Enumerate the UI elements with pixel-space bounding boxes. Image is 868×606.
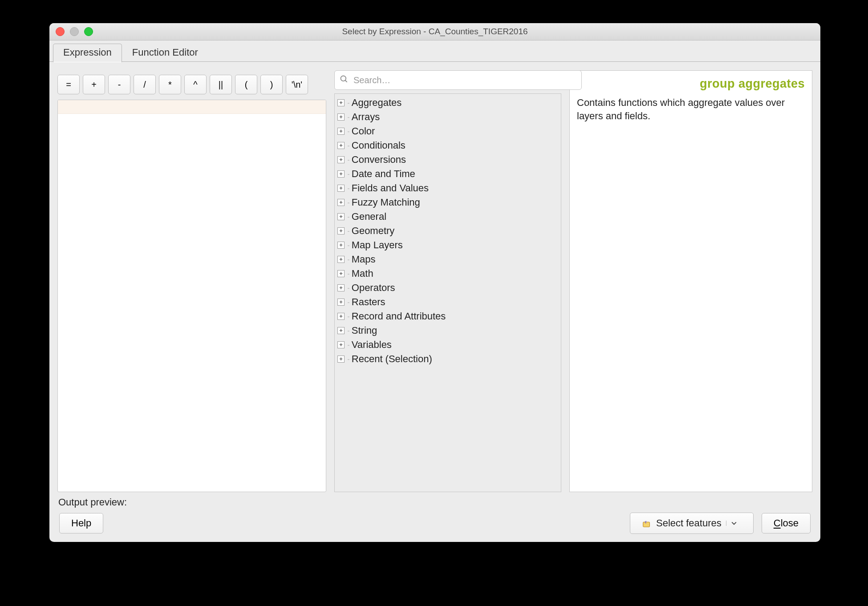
select-features-label: Select features [656, 517, 722, 529]
expand-icon[interactable]: + [337, 170, 345, 178]
window-title: Select by Expression - CA_Counties_TIGER… [49, 27, 820, 36]
tree-item-label: Conditionals [352, 140, 406, 151]
expand-icon[interactable]: + [337, 185, 345, 192]
tree-item[interactable]: +··Rasters [337, 295, 559, 309]
op-concat[interactable]: || [210, 75, 232, 94]
tree-connector: ·· [347, 270, 349, 277]
svg-text:ε: ε [645, 519, 647, 524]
expand-icon[interactable]: + [337, 299, 345, 306]
expand-icon[interactable]: + [337, 356, 345, 363]
tree-item-label: Arrays [352, 111, 380, 123]
tree-item[interactable]: +··Record and Attributes [337, 309, 559, 323]
tree-item[interactable]: +··Geometry [337, 224, 559, 238]
minimize-window-button[interactable] [70, 27, 79, 36]
tree-connector: ·· [347, 256, 349, 263]
op-multiply[interactable]: * [159, 75, 181, 94]
tree-item-label: Fuzzy Matching [352, 197, 420, 208]
expand-icon[interactable]: + [337, 242, 345, 249]
tree-item[interactable]: +··Operators [337, 281, 559, 295]
output-preview-label: Output preview: [49, 492, 820, 508]
op-lparen[interactable]: ( [235, 75, 257, 94]
op-rparen[interactable]: ) [260, 75, 283, 94]
select-features-icon: ε [642, 518, 652, 528]
tree-item[interactable]: +··Math [337, 267, 559, 281]
tree-item[interactable]: +··Conversions [337, 153, 559, 167]
op-plus[interactable]: + [83, 75, 105, 94]
bottom-bar: Help ε Select features Close [49, 513, 820, 534]
svg-line-1 [345, 81, 347, 82]
tree-item-label: Fields and Values [352, 182, 429, 194]
close-button-rest: lose [781, 517, 799, 529]
expand-icon[interactable]: + [337, 227, 345, 234]
tab-underline [49, 61, 820, 62]
tree-item-label: Maps [352, 254, 376, 265]
help-button[interactable]: Help [59, 513, 103, 533]
tree-item-label: Variables [352, 339, 392, 351]
tree-item[interactable]: +··Variables [337, 338, 559, 352]
search-input[interactable] [334, 70, 582, 90]
op-minus[interactable]: - [108, 75, 130, 94]
expand-icon[interactable]: + [337, 284, 345, 291]
tree-connector: ·· [347, 227, 349, 234]
zoom-window-button[interactable] [84, 27, 93, 36]
expand-icon[interactable]: + [337, 341, 345, 348]
tree-item[interactable]: +··Conditionals [337, 138, 559, 153]
tab-expression[interactable]: Expression [53, 44, 122, 62]
expand-icon[interactable]: + [337, 199, 345, 206]
tree-connector: ·· [347, 313, 349, 320]
tree-connector: ·· [347, 99, 349, 106]
expand-icon[interactable]: + [337, 313, 345, 320]
titlebar: Select by Expression - CA_Counties_TIGER… [49, 23, 820, 40]
tree-item[interactable]: +··Maps [337, 252, 559, 267]
tree-connector: ·· [347, 341, 349, 348]
tab-function-editor[interactable]: Function Editor [122, 44, 208, 62]
tree-item[interactable]: +··Arrays [337, 110, 559, 124]
tree-item-label: Map Layers [352, 239, 403, 251]
op-power[interactable]: ^ [184, 75, 207, 94]
tree-item[interactable]: +··Color [337, 124, 559, 138]
op-equals[interactable]: = [57, 75, 80, 94]
help-description: Contains functions which aggregate value… [570, 93, 812, 125]
chevron-down-icon [731, 521, 737, 526]
function-tree[interactable]: +··Aggregates+··Arrays+··Color+··Conditi… [334, 93, 561, 492]
tree-item[interactable]: +··Fuzzy Matching [337, 195, 559, 210]
tree-item-label: Math [352, 268, 373, 279]
expression-pane: = + - / * ^ || ( ) '\n' [57, 70, 326, 492]
op-divide[interactable]: / [134, 75, 156, 94]
expand-icon[interactable]: + [337, 270, 345, 277]
tree-item-label: String [352, 325, 377, 336]
tree-item[interactable]: +··Map Layers [337, 238, 559, 252]
tree-item-label: Color [352, 125, 375, 137]
tree-item[interactable]: +··Date and Time [337, 167, 559, 181]
select-features-dropdown[interactable] [726, 521, 742, 526]
help-title: group aggregates [570, 71, 812, 93]
dialog-window: Select by Expression - CA_Counties_TIGER… [49, 23, 820, 542]
tree-item-label: Aggregates [352, 97, 402, 109]
tree-connector: ·· [347, 142, 349, 149]
expand-icon[interactable]: + [337, 213, 345, 220]
tree-item[interactable]: +··Fields and Values [337, 181, 559, 195]
expand-icon[interactable]: + [337, 128, 345, 135]
expand-icon[interactable]: + [337, 99, 345, 106]
select-features-button[interactable]: ε Select features [630, 513, 754, 534]
tree-item[interactable]: +··String [337, 323, 559, 338]
help-box: group aggregates Contains functions whic… [569, 70, 812, 492]
expand-icon[interactable]: + [337, 156, 345, 163]
tree-connector: ·· [347, 185, 349, 192]
close-button[interactable]: Close [762, 513, 811, 533]
operator-toolbar: = + - / * ^ || ( ) '\n' [57, 70, 326, 100]
expand-icon[interactable]: + [337, 142, 345, 149]
close-window-button[interactable] [56, 27, 65, 36]
tree-item[interactable]: +··Recent (Selection) [337, 352, 559, 366]
content-area: = + - / * ^ || ( ) '\n' [49, 62, 820, 492]
op-newline[interactable]: '\n' [286, 75, 308, 94]
tree-item[interactable]: +··General [337, 210, 559, 224]
tree-item-label: Record and Attributes [352, 311, 446, 322]
tree-item[interactable]: +··Aggregates [337, 96, 559, 110]
expression-editor[interactable] [57, 100, 326, 492]
expand-icon[interactable]: + [337, 256, 345, 263]
expand-icon[interactable]: + [337, 327, 345, 334]
expand-icon[interactable]: + [337, 113, 345, 121]
tree-connector: ·· [347, 299, 349, 306]
tree-connector: ·· [347, 213, 349, 220]
